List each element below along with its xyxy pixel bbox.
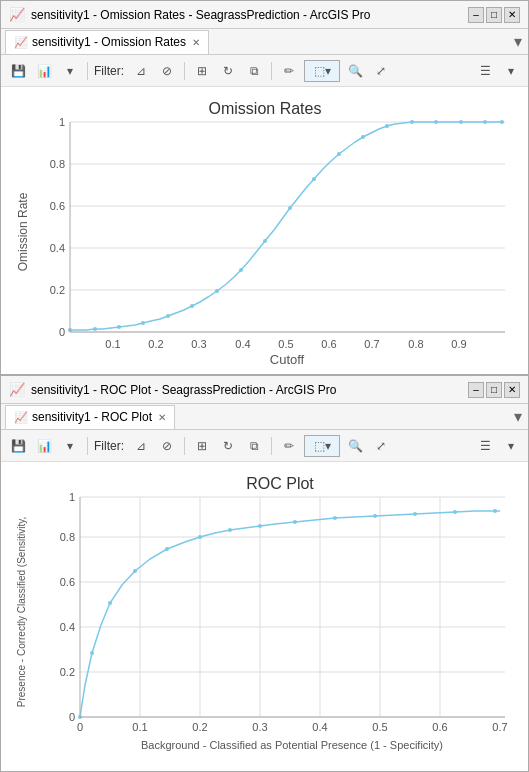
tab-icon-1: 📈 bbox=[14, 36, 28, 49]
tab-close-2[interactable]: ✕ bbox=[158, 412, 166, 423]
filter-funnel-2[interactable]: ⊿ bbox=[130, 435, 152, 457]
table-btn-1[interactable]: ⊞ bbox=[191, 60, 213, 82]
svg-text:0.6: 0.6 bbox=[432, 721, 447, 733]
tab-bar-2: 📈 sensitivity1 - ROC Plot ✕ ▾ bbox=[1, 404, 528, 430]
svg-text:Cutoff: Cutoff bbox=[269, 352, 304, 367]
list-btn-2[interactable]: ☰ bbox=[474, 435, 496, 457]
draw-btn-1[interactable]: ✏ bbox=[278, 60, 300, 82]
refresh-btn-2[interactable]: ↻ bbox=[217, 435, 239, 457]
svg-text:Omission Rate: Omission Rate bbox=[16, 192, 30, 271]
svg-point-38 bbox=[434, 120, 438, 124]
chart-type-btn-2[interactable]: 📊 bbox=[33, 435, 55, 457]
svg-text:0.1: 0.1 bbox=[105, 338, 120, 350]
copy-btn-2[interactable]: ⧉ bbox=[243, 435, 265, 457]
tab-close-1[interactable]: ✕ bbox=[192, 37, 200, 48]
map-btn-1[interactable]: ⬚▾ bbox=[304, 60, 340, 82]
tab-label-1: sensitivity1 - Omission Rates bbox=[32, 35, 186, 49]
more-btn-2[interactable]: ▾ bbox=[500, 435, 522, 457]
svg-text:0.3: 0.3 bbox=[191, 338, 206, 350]
svg-point-31 bbox=[263, 239, 267, 243]
svg-point-34 bbox=[337, 152, 341, 156]
sep-1a bbox=[87, 62, 88, 80]
tab-label-2: sensitivity1 - ROC Plot bbox=[32, 410, 152, 424]
filter-label-2: Filter: bbox=[94, 439, 124, 453]
filter-funnel-1[interactable]: ⊿ bbox=[130, 60, 152, 82]
map-btn-2[interactable]: ⬚▾ bbox=[304, 435, 340, 457]
tab-roc-plot[interactable]: 📈 sensitivity1 - ROC Plot ✕ bbox=[5, 405, 175, 429]
svg-point-80 bbox=[258, 524, 262, 528]
close-btn-1[interactable]: ✕ bbox=[504, 7, 520, 23]
window-icon-2: 📈 bbox=[9, 382, 25, 397]
draw-btn-2[interactable]: ✏ bbox=[278, 435, 300, 457]
chart-type-btn-1[interactable]: 📊 bbox=[33, 60, 55, 82]
tab-expand-2[interactable]: ▾ bbox=[514, 407, 528, 426]
window-controls-1: – □ ✕ bbox=[468, 7, 520, 23]
svg-point-83 bbox=[373, 514, 377, 518]
svg-point-75 bbox=[108, 601, 112, 605]
toolbar-1: 💾 📊 ▾ Filter: ⊿ ⊘ ⊞ ↻ ⧉ ✏ ⬚▾ 🔍 ⤢ ☰ ▾ bbox=[1, 55, 528, 87]
svg-text:0.4: 0.4 bbox=[59, 621, 74, 633]
table-btn-2[interactable]: ⊞ bbox=[191, 435, 213, 457]
list-btn-1[interactable]: ☰ bbox=[474, 60, 496, 82]
svg-point-27 bbox=[166, 314, 170, 318]
svg-text:0.6: 0.6 bbox=[59, 576, 74, 588]
sep-2a bbox=[87, 437, 88, 455]
window-title-1: sensitivity1 - Omission Rates - Seagrass… bbox=[31, 8, 370, 22]
copy-btn-1[interactable]: ⧉ bbox=[243, 60, 265, 82]
save-btn-1[interactable]: 💾 bbox=[7, 60, 29, 82]
svg-text:0.2: 0.2 bbox=[192, 721, 207, 733]
zoom-fit-btn-2[interactable]: ⤢ bbox=[370, 435, 392, 457]
svg-point-29 bbox=[215, 289, 219, 293]
zoom-in-btn-2[interactable]: 🔍 bbox=[344, 435, 366, 457]
chart-opts-btn-2[interactable]: ▾ bbox=[59, 435, 81, 457]
svg-text:Background - Classified as Pot: Background - Classified as Potential Pre… bbox=[140, 739, 442, 751]
svg-point-39 bbox=[459, 120, 463, 124]
sep-1b bbox=[184, 62, 185, 80]
svg-text:0.2: 0.2 bbox=[59, 666, 74, 678]
svg-text:0.3: 0.3 bbox=[252, 721, 267, 733]
svg-point-25 bbox=[117, 325, 121, 329]
sep-1c bbox=[271, 62, 272, 80]
refresh-btn-1[interactable]: ↻ bbox=[217, 60, 239, 82]
svg-point-26 bbox=[141, 321, 145, 325]
tab-expand-1[interactable]: ▾ bbox=[514, 32, 528, 51]
svg-text:1: 1 bbox=[68, 491, 74, 503]
window-icon-1: 📈 bbox=[9, 7, 25, 22]
svg-text:0.4: 0.4 bbox=[235, 338, 250, 350]
svg-point-84 bbox=[413, 512, 417, 516]
minimize-btn-2[interactable]: – bbox=[468, 382, 484, 398]
close-btn-2[interactable]: ✕ bbox=[504, 382, 520, 398]
chart-roc-plot: ROC Plot 0 0.2 0.4 0.6 0.8 1 Presen bbox=[1, 462, 528, 771]
svg-text:0.4: 0.4 bbox=[49, 242, 64, 254]
zoom-in-btn-1[interactable]: 🔍 bbox=[344, 60, 366, 82]
svg-point-35 bbox=[361, 135, 365, 139]
filter-clear-2[interactable]: ⊘ bbox=[156, 435, 178, 457]
chart-title-text-1: Omission Rates bbox=[208, 100, 321, 117]
svg-text:1: 1 bbox=[58, 116, 64, 128]
svg-point-76 bbox=[133, 569, 137, 573]
more-btn-1[interactable]: ▾ bbox=[500, 60, 522, 82]
maximize-btn-1[interactable]: □ bbox=[486, 7, 502, 23]
filter-clear-1[interactable]: ⊘ bbox=[156, 60, 178, 82]
svg-text:0.6: 0.6 bbox=[49, 200, 64, 212]
maximize-btn-2[interactable]: □ bbox=[486, 382, 502, 398]
svg-point-79 bbox=[228, 528, 232, 532]
svg-text:0: 0 bbox=[76, 721, 82, 733]
svg-point-86 bbox=[493, 509, 497, 513]
svg-text:0: 0 bbox=[58, 326, 64, 338]
chart-opts-btn-1[interactable]: ▾ bbox=[59, 60, 81, 82]
roc-plot-svg: ROC Plot 0 0.2 0.4 0.6 0.8 1 Presen bbox=[15, 467, 515, 767]
save-btn-2[interactable]: 💾 bbox=[7, 435, 29, 457]
tab-omission-rates[interactable]: 📈 sensitivity1 - Omission Rates ✕ bbox=[5, 30, 209, 54]
svg-point-28 bbox=[190, 304, 194, 308]
svg-text:ROC Plot: ROC Plot bbox=[246, 475, 314, 492]
title-bar-1: 📈 sensitivity1 - Omission Rates - Seagra… bbox=[1, 1, 528, 29]
zoom-fit-btn-1[interactable]: ⤢ bbox=[370, 60, 392, 82]
svg-text:0: 0 bbox=[68, 711, 74, 723]
chart-omission-rates: Omission Rates 0 0.2 0.4 0.6 0.8 1 Omiss… bbox=[1, 87, 528, 374]
tab-bar-1: 📈 sensitivity1 - Omission Rates ✕ ▾ bbox=[1, 29, 528, 55]
window-roc-plot: 📈 sensitivity1 - ROC Plot - SeagrassPred… bbox=[0, 375, 529, 772]
omission-rates-svg: Omission Rates 0 0.2 0.4 0.6 0.8 1 Omiss… bbox=[15, 92, 515, 370]
minimize-btn-1[interactable]: – bbox=[468, 7, 484, 23]
svg-text:0.8: 0.8 bbox=[59, 531, 74, 543]
